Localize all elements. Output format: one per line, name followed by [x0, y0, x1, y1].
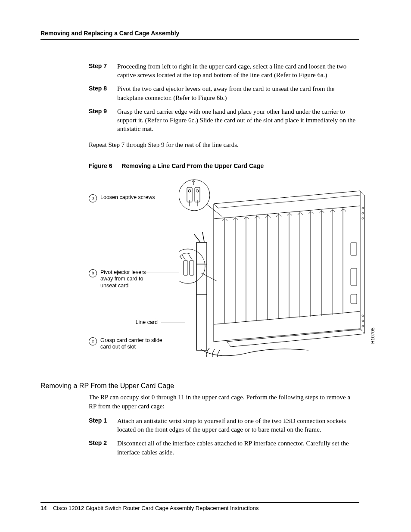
svg-point-33 — [362, 218, 364, 219]
section-intro: The RP can occupy slot 0 through 11 in t… — [89, 393, 359, 411]
step-row: Step 1 Attach an antistatic wrist strap … — [89, 417, 359, 434]
svg-point-32 — [362, 212, 364, 214]
header-rule — [40, 39, 359, 40]
step-row: Step 2 Disconnect all of the interface c… — [89, 439, 359, 457]
figure-label: Figure 6 — [89, 162, 112, 169]
step-row: Step 7 Proceeding from left to right in … — [89, 62, 359, 80]
callout-c: c Grasp card carrier to slide card out o… — [89, 337, 165, 351]
svg-point-34 — [362, 315, 364, 317]
callout-bubble-icon: b — [89, 269, 97, 277]
svg-point-35 — [362, 320, 364, 322]
svg-rect-28 — [351, 243, 357, 255]
svg-line-23 — [206, 204, 222, 217]
repeat-instruction: Repeat Step 7 through Step 9 for the res… — [89, 140, 359, 149]
step-list-rp: Step 1 Attach an antistatic wrist strap … — [89, 417, 359, 457]
callout-bubble-icon: c — [89, 337, 97, 345]
leader-line — [145, 273, 179, 273]
page-footer: 14 Cisco 12012 Gigabit Switch Router Car… — [40, 504, 359, 512]
step-text: Disconnect all of the interface cables a… — [117, 439, 359, 457]
svg-point-20 — [196, 190, 199, 192]
step-list-upper: Step 7 Proceeding from left to right in … — [89, 62, 359, 134]
step-text: Grasp the card carrier edge with one han… — [117, 107, 359, 134]
callout-a: a Loosen captive screws — [89, 194, 155, 202]
svg-point-31 — [362, 207, 364, 209]
svg-line-27 — [201, 273, 217, 281]
callout-text: Grasp card carrier to slide card out of … — [100, 337, 165, 351]
figure-6: a Loosen captive screws b Pivot ejector … — [89, 178, 359, 363]
step-label: Step 2 — [89, 439, 117, 457]
figure-illustration: H10705 — [179, 178, 369, 357]
svg-rect-25 — [184, 261, 188, 275]
section-heading-rp: Removing a RP From the Upper Card Cage — [40, 381, 359, 391]
svg-rect-13 — [196, 243, 207, 350]
svg-point-19 — [188, 190, 191, 192]
step-label: Step 8 — [89, 84, 117, 102]
svg-rect-30 — [351, 294, 357, 304]
step-label: Step 9 — [89, 107, 117, 134]
step-text: Proceeding from left to right in the upp… — [117, 62, 359, 80]
footer-rule — [40, 502, 359, 503]
figure-title: Removing a Line Card From the Upper Card… — [121, 162, 264, 169]
figure-caption: Figure 6 Removing a Line Card From the U… — [89, 162, 359, 170]
svg-marker-0 — [214, 191, 360, 342]
running-head: Removing and Replacing a Card Cage Assem… — [40, 29, 359, 37]
step-row: Step 9 Grasp the card carrier edge with … — [89, 107, 359, 134]
footer-doc-title: Cisco 12012 Gigabit Switch Router Card C… — [53, 505, 259, 511]
svg-rect-29 — [351, 268, 357, 286]
drawing-id: H10705 — [370, 327, 376, 344]
callout-bubble-icon: a — [89, 194, 97, 202]
linecard-label: Line card — [132, 319, 158, 326]
step-text: Attach an antistatic wrist strap to your… — [117, 417, 359, 434]
svg-rect-26 — [190, 261, 194, 275]
svg-point-24 — [179, 249, 205, 283]
leader-line — [132, 198, 179, 198]
step-label: Step 1 — [89, 417, 117, 434]
step-text: Pivot the two card ejector levers out, a… — [117, 84, 359, 102]
step-row: Step 8 Pivot the two card ejector levers… — [89, 84, 359, 102]
svg-point-36 — [362, 325, 364, 327]
page-number: 14 — [40, 505, 47, 511]
step-label: Step 7 — [89, 62, 117, 80]
